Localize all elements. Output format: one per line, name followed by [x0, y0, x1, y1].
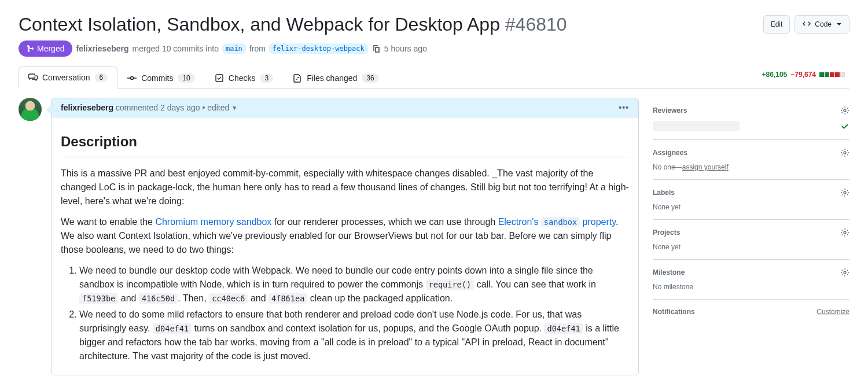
gear-icon[interactable]	[840, 148, 849, 157]
pr-title: Context Isolation, Sandbox, and Webpack …	[19, 13, 754, 36]
svg-point-5	[844, 231, 846, 234]
sidebar-assignees: Assignees No one—assign yourself	[653, 140, 849, 180]
list-item: We need to do some mild refactors to ens…	[79, 308, 629, 363]
svg-point-4	[844, 191, 846, 194]
link-chromium-sandbox[interactable]: Chromium memory sandbox	[155, 217, 271, 227]
svg-point-0	[131, 76, 134, 79]
reviewer-placeholder	[653, 121, 740, 131]
conversation-icon	[28, 73, 38, 82]
git-merge-icon	[27, 45, 35, 53]
tab-conversation[interactable]: Conversation 6	[19, 67, 117, 88]
check-icon	[840, 121, 849, 131]
head-branch[interactable]: felixr-desktop-webpack	[269, 43, 368, 54]
tab-checks[interactable]: Checks 3	[205, 67, 283, 88]
link-electron-sandbox[interactable]: Electron's sandbox property	[498, 217, 616, 227]
state-badge-merged: Merged	[19, 40, 72, 57]
gear-icon[interactable]	[840, 106, 849, 115]
pr-number: #46810	[505, 14, 567, 35]
edited-indicator[interactable]: edited▼	[207, 103, 237, 112]
caret-down-icon	[836, 21, 842, 27]
tab-commits[interactable]: Commits 10	[117, 67, 205, 88]
copy-branch-icon[interactable]	[372, 44, 381, 53]
base-branch[interactable]: main	[222, 43, 246, 54]
code-button[interactable]: Code	[795, 15, 849, 34]
assign-yourself-link[interactable]: assign yourself	[682, 163, 729, 171]
pr-meta: Merged felixrieseberg merged 10 commits …	[19, 40, 849, 57]
sidebar-milestone: Milestone No milestone	[653, 260, 849, 300]
sidebar-reviewers: Reviewers	[653, 98, 849, 140]
files-icon	[293, 73, 302, 83]
comment-body: Description This is a massive PR and bes…	[52, 117, 638, 375]
customize-notifications-link[interactable]: Customize	[816, 308, 849, 316]
diff-stats[interactable]: +86,105 −79,674	[762, 71, 849, 83]
gear-icon[interactable]	[840, 188, 849, 197]
sidebar-projects: Projects None yet	[653, 220, 849, 260]
pr-title-text: Context Isolation, Sandbox, and Webpack …	[19, 14, 500, 35]
merged-timestamp: 5 hours ago	[384, 44, 427, 53]
gear-icon[interactable]	[840, 268, 849, 277]
pr-author[interactable]: felixrieseberg	[76, 44, 128, 53]
avatar[interactable]	[19, 98, 42, 121]
svg-point-3	[844, 152, 846, 154]
diff-blocks-icon	[819, 72, 845, 77]
comment-time[interactable]: 2 days ago	[160, 103, 200, 112]
sidebar-notifications: Notifications Customize	[653, 300, 849, 324]
description-heading: Description	[61, 131, 629, 157]
sidebar-labels: Labels None yet	[653, 180, 849, 220]
code-icon	[802, 20, 811, 29]
comment-box: felixrieseberg commented 2 days ago • ed…	[51, 98, 639, 375]
commits-icon	[127, 73, 137, 83]
comment-author[interactable]: felixrieseberg	[61, 103, 113, 112]
svg-point-2	[844, 109, 846, 112]
svg-point-6	[844, 271, 846, 274]
gear-icon[interactable]	[840, 228, 849, 237]
checks-icon	[215, 73, 224, 83]
comment-menu-button[interactable]: •••	[619, 103, 629, 112]
svg-rect-1	[216, 75, 223, 82]
tab-files-changed[interactable]: Files changed 36	[283, 67, 389, 88]
edit-button[interactable]: Edit	[763, 15, 790, 34]
list-item: We need to bundle our desktop code with …	[79, 264, 629, 305]
